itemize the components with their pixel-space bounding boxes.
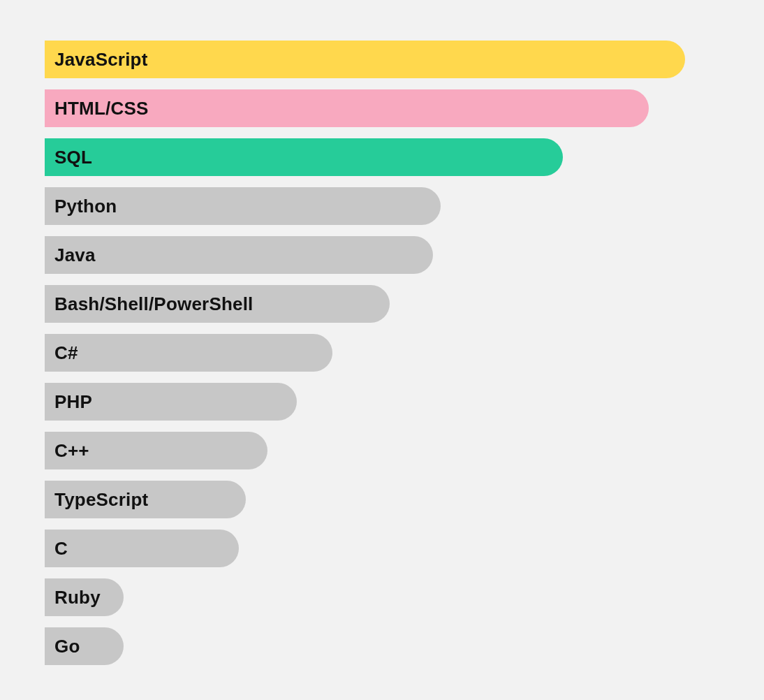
bar-label: JavaScript	[54, 49, 148, 71]
bar-label: TypeScript	[54, 489, 148, 511]
bar-row: Go	[45, 627, 124, 665]
bar-row: Ruby	[45, 578, 124, 616]
bar-row: HTML/CSS	[45, 89, 649, 127]
bar-row: JavaScript	[45, 41, 685, 78]
bar-label: Go	[54, 636, 80, 657]
bar-row: C++	[45, 432, 267, 469]
bar-row: Bash/Shell/PowerShell	[45, 285, 390, 323]
bar-label: HTML/CSS	[54, 98, 148, 119]
bar-row: SQL	[45, 138, 563, 176]
bar-row: C	[45, 530, 239, 567]
bar-label: C	[54, 538, 68, 560]
bar-label: C#	[54, 342, 78, 364]
bar-row: C#	[45, 334, 332, 372]
bar-row: Java	[45, 236, 433, 274]
bar-label: Python	[54, 196, 117, 217]
bar-label: SQL	[54, 147, 92, 168]
bar-row: Python	[45, 187, 441, 225]
bar-label: Java	[54, 245, 96, 266]
bar-label: Ruby	[54, 587, 101, 608]
bar-label: C++	[54, 440, 89, 462]
bar-label: PHP	[54, 391, 92, 413]
bar-row: PHP	[45, 383, 297, 421]
bar-chart: JavaScriptHTML/CSSSQLPythonJavaBash/Shel…	[0, 0, 764, 665]
bar-label: Bash/Shell/PowerShell	[54, 293, 254, 315]
bar-row: TypeScript	[45, 481, 246, 518]
